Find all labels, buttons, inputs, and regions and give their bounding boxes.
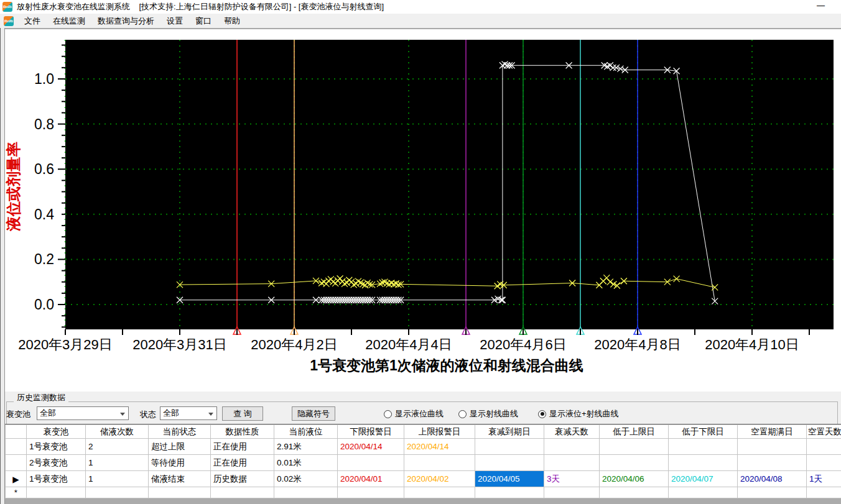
table-cell[interactable] [807,455,841,471]
radio-label: 显示液位曲线 [395,408,444,419]
table-cell[interactable]: 1号衰变池 [27,471,86,487]
table-cell[interactable] [274,487,338,498]
table-cell[interactable]: 1 [86,471,149,487]
column-header-10[interactable]: 低于上限日 [600,425,669,439]
column-header-3[interactable]: 当前状态 [149,425,211,439]
table-cell[interactable]: 0.02米 [274,471,338,487]
table-cell[interactable]: 2020/04/14 [404,439,475,455]
table-cell[interactable] [669,487,738,498]
column-header-5[interactable]: 当前液位 [274,425,338,439]
column-header-1[interactable]: 衰变池 [27,425,86,439]
table-cell[interactable]: 超过上限 [149,439,211,455]
column-header-13[interactable]: 空置天数 [807,425,841,439]
table-cell[interactable]: 2020/04/01 [338,471,404,487]
table-row-0: 1号衰变池2超过上限正在使用2.91米2020/04/142020/04/14 [6,439,841,455]
table-cell[interactable] [600,455,669,471]
x-tick-label: 2020年4月6日 [480,337,566,352]
table-cell[interactable] [86,487,149,498]
menu-bar: RnRi 文件在线监测数据查询与分析设置窗口帮助 [0,14,841,28]
row-selector-header[interactable] [6,425,27,439]
status-filter-combobox[interactable]: 全部 [160,406,217,420]
table-cell[interactable]: 历史数据 [211,471,274,487]
table-cell[interactable] [475,439,544,455]
title-bar: RnRi 放射性废水衰变池在线监测系统 [技术支持:上海仁日辐射防护设备有限公司… [0,0,841,14]
new-row-marker[interactable]: * [6,487,27,498]
table-cell[interactable]: 2.91米 [274,439,338,455]
table-cell[interactable] [600,439,669,455]
table-cell[interactable]: 2020/04/06 [600,471,669,487]
row-selector-cell[interactable] [6,455,27,471]
child-window-icon[interactable]: RnRi [4,16,14,26]
column-header-6[interactable]: 下限报警日 [338,425,404,439]
table-cell[interactable] [669,455,738,471]
table-cell[interactable] [600,487,669,498]
current-row-marker[interactable]: ▶ [6,471,27,487]
query-button[interactable]: 查 询 [222,406,263,421]
column-header-12[interactable]: 空置期满日 [738,425,807,439]
table-cell[interactable] [475,455,544,471]
table-cell[interactable]: 正在使用 [211,455,274,471]
table-cell[interactable] [669,439,738,455]
menu-item-2[interactable]: 数据查询与分析 [91,14,160,29]
table-cell[interactable]: 2 [86,439,149,455]
radio-unselected-icon[interactable] [458,410,467,418]
window-title: 放射性废水衰变池在线监测系统 [技术支持:上海仁日辐射防护设备有限公司] - [… [17,1,384,12]
menu-item-1[interactable]: 在线监测 [47,14,91,29]
history-data-panel: 历史监测数据 衰变池 全部 状态 全部 查 询 隐藏符号 显示液位曲线显示射线曲… [5,392,841,504]
table-cell[interactable]: 0.01米 [274,455,338,471]
table-cell[interactable] [404,487,475,498]
table-cell[interactable]: 2020/04/08 [738,471,807,487]
column-header-11[interactable]: 低于下限日 [669,425,738,439]
table-cell[interactable] [338,487,404,498]
table-cell[interactable] [738,455,807,471]
table-cell[interactable] [544,487,600,498]
table-cell[interactable] [738,439,807,455]
column-header-7[interactable]: 上限报警日 [404,425,475,439]
table-cell[interactable] [807,439,841,455]
table-cell[interactable]: 3天 [544,471,600,487]
table-cell[interactable] [211,487,274,498]
menu-item-4[interactable]: 窗口 [189,14,218,29]
table-cell[interactable]: 储液结束 [149,471,211,487]
menu-item-5[interactable]: 帮助 [218,14,246,29]
hide-symbols-button[interactable]: 隐藏符号 [292,406,335,421]
table-header-row: 衰变池储液次数当前状态数据性质当前液位下限报警日上限报警日衰减到期日衰减天数低于… [6,425,841,439]
table-cell[interactable]: 1号衰变池 [27,439,86,455]
table-cell[interactable]: 1天 [807,471,841,487]
table-cell[interactable]: 1 [86,455,149,471]
app-icon: RnRi [2,2,12,12]
table-cell[interactable] [27,487,86,498]
table-cell[interactable] [807,487,841,498]
radio-option-0[interactable]: 显示液位曲线 [384,408,444,419]
table-cell[interactable] [338,455,404,471]
x-tick-label: 2020年4月8日 [594,337,681,352]
selected-cell[interactable]: 2020/04/05 [475,471,544,487]
radio-option-1[interactable]: 显示射线曲线 [458,408,518,419]
radio-selected-icon[interactable] [538,410,546,418]
table-cell[interactable]: 2020/04/14 [338,439,404,455]
menu-item-0[interactable]: 文件 [18,14,47,29]
table-cell[interactable]: 正在使用 [211,439,274,455]
radio-label: 显示液位+射线曲线 [549,408,619,419]
table-cell[interactable] [738,487,807,498]
table-cell[interactable]: 2020/04/07 [669,471,738,487]
column-header-9[interactable]: 衰减天数 [544,425,600,439]
table-cell[interactable]: 2020/04/02 [404,471,475,487]
table-cell[interactable] [149,487,211,498]
table-cell[interactable]: 等待使用 [149,455,211,471]
column-header-4[interactable]: 数据性质 [211,425,274,439]
table-cell[interactable] [544,455,600,471]
pool-filter-combobox[interactable]: 全部 [37,406,129,420]
radio-option-2[interactable]: 显示液位+射线曲线 [538,408,619,419]
radio-unselected-icon[interactable] [384,410,392,418]
table-cell[interactable]: 2号衰变池 [27,455,86,471]
table-cell[interactable] [404,455,475,471]
row-selector-cell[interactable] [6,439,27,455]
table-cell[interactable] [475,487,544,498]
column-header-8[interactable]: 衰减到期日 [475,425,544,439]
column-header-2[interactable]: 储液次数 [86,425,149,439]
chart-svg: 2020年3月29日2020年3月31日2020年4月2日2020年4月4日20… [0,28,841,392]
menu-item-3[interactable]: 设置 [160,14,189,29]
minimize-button[interactable]: — [817,1,825,10]
table-cell[interactable] [544,439,600,455]
